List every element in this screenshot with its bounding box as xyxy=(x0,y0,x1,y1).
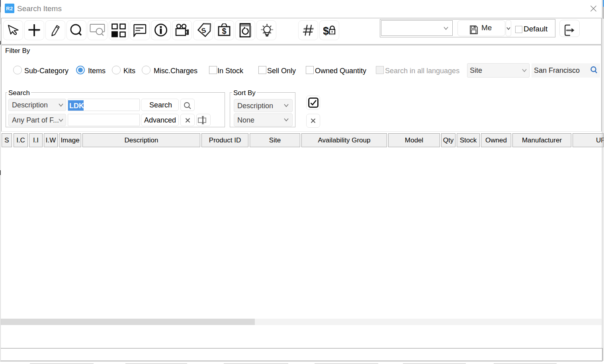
svg-text:$: $ xyxy=(222,27,227,35)
svg-text:$: $ xyxy=(323,25,329,36)
